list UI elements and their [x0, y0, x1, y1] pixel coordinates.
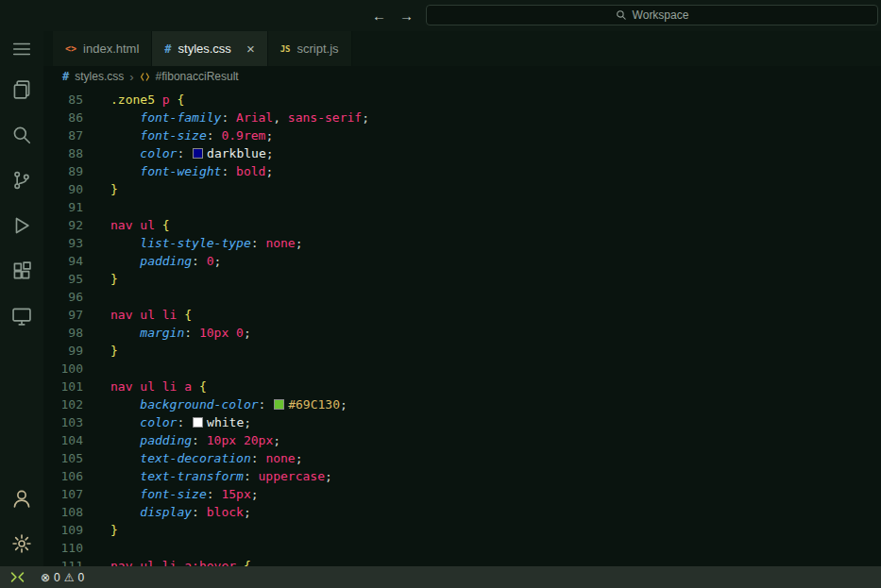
line-code: padding: 0; [110, 252, 221, 270]
code-line: 99} [43, 342, 881, 360]
line-code: display: block; [110, 503, 251, 521]
line-code: text-transform: uppercase; [110, 467, 332, 485]
line-number: 85 [43, 91, 83, 109]
account-button[interactable] [0, 476, 43, 521]
line-number: 108 [43, 503, 83, 521]
line-number: 97 [43, 306, 83, 324]
line-code: font-weight: bold; [110, 162, 273, 180]
line-code: font-size: 0.9rem; [110, 126, 273, 144]
tab-label: index.html [83, 42, 139, 56]
line-code: font-size: 15px; [110, 485, 259, 503]
problems-indicator[interactable]: ⊗ 0 ⚠ 0 [41, 566, 84, 588]
line-number: 111 [43, 557, 83, 566]
history-forward-button[interactable]: → [399, 8, 414, 23]
code-line: 93 list-style-type: none; [43, 234, 881, 252]
tab-label: styles.css [178, 42, 231, 56]
close-tab-button[interactable]: × [246, 42, 255, 56]
code-line: 101nav ul li a { [43, 378, 881, 395]
line-code: nav ul { [110, 216, 170, 234]
code-editor[interactable]: 85.zone5 p {86 font-family: Arial, sans-… [43, 87, 881, 566]
line-code: } [110, 270, 118, 288]
color-swatch [274, 399, 284, 410]
breadcrumb-separator: › [129, 70, 133, 84]
code-line: 109} [43, 521, 881, 539]
line-number: 94 [43, 252, 83, 270]
line-number: 91 [43, 198, 83, 216]
code-line: 96 [43, 288, 881, 306]
css-file-icon: # [62, 70, 69, 83]
code-line: 100 [43, 360, 881, 378]
code-line: 98 margin: 10px 0; [43, 324, 881, 342]
code-line: 108 display: block; [43, 503, 881, 521]
source-control-icon [11, 170, 32, 191]
title-bar: ← → Workspace [0, 0, 881, 31]
source-control-button[interactable] [0, 158, 43, 203]
line-number: 110 [43, 539, 83, 557]
css-symbol-icon [140, 72, 150, 82]
warning-icon: ⚠ [64, 571, 75, 584]
code-line: 110 [43, 539, 881, 557]
code-line: 97nav ul li { [43, 306, 881, 324]
remote-explorer-button[interactable] [0, 294, 43, 339]
line-code: font-family: Arial, sans-serif; [110, 109, 369, 126]
line-code: } [110, 342, 118, 360]
line-number: 101 [43, 378, 83, 395]
tab-script-js[interactable]: JS script.js [268, 31, 352, 66]
account-icon [11, 488, 32, 509]
settings-gear-icon [11, 533, 32, 554]
menu-button[interactable] [0, 31, 43, 67]
line-number: 109 [43, 521, 83, 539]
line-number: 106 [43, 467, 83, 485]
run-debug-icon [11, 215, 32, 236]
settings-button[interactable] [0, 521, 43, 566]
activity-bar [0, 31, 43, 566]
history-back-button[interactable]: ← [372, 8, 386, 23]
error-icon: ⊗ [41, 571, 50, 584]
line-code: background-color: #69C130; [110, 395, 347, 413]
line-number: 100 [43, 360, 83, 378]
code-line: 94 padding: 0; [43, 252, 881, 270]
line-code: .zone5 p { [110, 91, 184, 109]
code-line: 88 color: darkblue; [43, 144, 881, 162]
code-line: 87 font-size: 0.9rem; [43, 126, 881, 144]
code-line: 104 padding: 10px 20px; [43, 431, 881, 449]
line-number: 105 [43, 449, 83, 467]
editor-group: <> index.html # styles.css × JS script.j… [43, 31, 881, 566]
line-number: 87 [43, 126, 83, 144]
line-number: 89 [43, 162, 83, 180]
line-number: 104 [43, 431, 83, 449]
line-number: 96 [43, 288, 83, 306]
line-code: } [110, 180, 118, 198]
workbench-body: <> index.html # styles.css × JS script.j… [0, 31, 881, 566]
workspace-search-box[interactable]: Workspace [426, 5, 878, 25]
line-code: padding: 10px 20px; [110, 431, 280, 449]
line-code: nav ul li { [110, 306, 192, 324]
extensions-button[interactable] [0, 248, 43, 294]
code-line: 107 font-size: 15px; [43, 485, 881, 503]
line-number: 95 [43, 270, 83, 288]
code-line: 103 color: white; [43, 413, 881, 431]
breadcrumb: # styles.css › #fibonacciResult [43, 66, 881, 87]
line-code: nav ul li a { [110, 378, 207, 395]
code-line: 105 text-decoration: none; [43, 449, 881, 467]
code-line: 89 font-weight: bold; [43, 162, 881, 180]
run-debug-button[interactable] [0, 203, 43, 248]
tab-index-html[interactable]: <> index.html [53, 31, 152, 66]
search-button[interactable] [0, 112, 43, 158]
line-number: 92 [43, 216, 83, 234]
breadcrumb-symbol[interactable]: #fibonacciResult [156, 70, 239, 83]
breadcrumb-file[interactable]: styles.css [75, 70, 124, 83]
js-file-icon: JS [280, 44, 291, 54]
line-number: 107 [43, 485, 83, 503]
line-number: 102 [43, 395, 83, 413]
warning-count: 0 [78, 571, 85, 584]
explorer-icon [11, 79, 32, 100]
line-code: color: white; [110, 413, 251, 431]
explorer-button[interactable] [0, 67, 43, 112]
remote-indicator[interactable] [5, 566, 29, 588]
line-code: color: darkblue; [110, 144, 274, 162]
code-line: 102 background-color: #69C130; [43, 395, 881, 413]
menu-icon [11, 39, 32, 59]
line-number: 90 [43, 180, 83, 198]
tab-styles-css[interactable]: # styles.css × [152, 31, 267, 66]
